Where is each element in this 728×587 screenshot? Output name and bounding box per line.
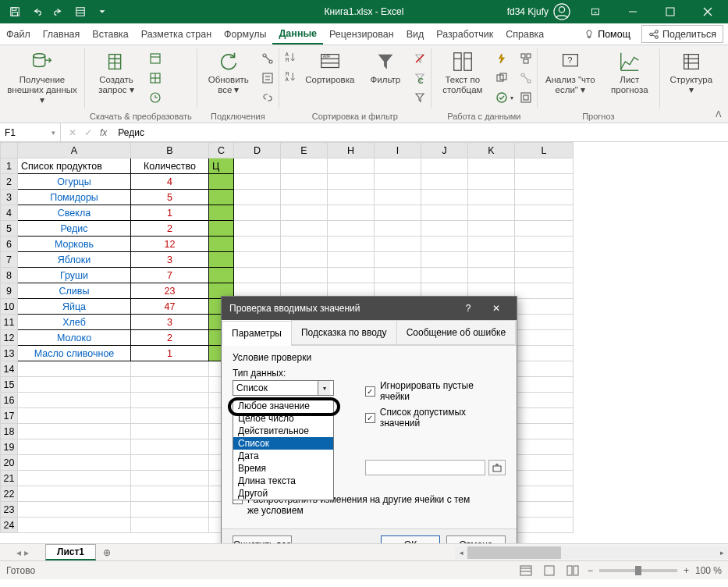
recent-sources-button[interactable] — [149, 89, 162, 106]
consolidate-button[interactable] — [520, 50, 532, 67]
cell[interactable] — [18, 455, 131, 471]
cell[interactable] — [209, 237, 234, 252]
cell[interactable] — [281, 158, 328, 174]
cell[interactable] — [421, 221, 468, 237]
chevron-down-icon[interactable]: ▾ — [51, 129, 55, 137]
zoom-level[interactable]: 100 % — [695, 565, 722, 576]
cell[interactable]: Огурцы — [18, 174, 131, 190]
column-header[interactable]: B — [131, 143, 209, 158]
edit-links-button[interactable] — [261, 89, 274, 106]
row-header[interactable]: 18 — [1, 424, 18, 439]
tab-help[interactable]: Справка — [499, 23, 550, 44]
dialog-help-button[interactable]: ? — [456, 297, 481, 319]
cell[interactable]: 2 — [131, 221, 209, 237]
data-validation-button[interactable]: ▾ — [495, 89, 513, 106]
cell[interactable] — [18, 424, 131, 439]
touch-mode-icon[interactable] — [70, 2, 91, 22]
cell[interactable] — [234, 158, 281, 174]
cell[interactable] — [515, 252, 574, 268]
formula-input[interactable]: Редис — [113, 127, 728, 138]
row-header[interactable]: 4 — [1, 205, 18, 221]
column-header[interactable]: A — [18, 143, 131, 158]
cell[interactable] — [515, 361, 574, 377]
cell[interactable] — [468, 221, 515, 237]
cell[interactable] — [18, 486, 131, 502]
horizontal-scrollbar[interactable]: ◂▸ — [455, 546, 728, 559]
outline-button[interactable]: Структура ▾ — [665, 47, 718, 95]
save-icon[interactable] — [5, 2, 25, 22]
cell[interactable] — [131, 486, 209, 502]
properties-button[interactable] — [261, 69, 274, 87]
row-header[interactable]: 8 — [1, 268, 18, 283]
cell[interactable]: Количество — [131, 158, 209, 174]
cell[interactable] — [328, 252, 375, 268]
cell[interactable] — [328, 237, 375, 252]
cell[interactable] — [515, 221, 574, 237]
tab-data[interactable]: Данные — [272, 23, 323, 44]
row-header[interactable]: 12 — [1, 330, 18, 346]
cell[interactable] — [328, 221, 375, 237]
chevron-down-icon[interactable]: ▾ — [318, 381, 330, 395]
cell[interactable] — [515, 393, 574, 408]
sheet-tab[interactable]: Лист1 — [45, 544, 96, 560]
row-header[interactable]: 22 — [1, 486, 18, 502]
cell[interactable] — [209, 221, 234, 237]
tab-developer[interactable]: Разработчик — [430, 23, 499, 44]
cell[interactable]: Свекла — [18, 205, 131, 221]
cell[interactable]: 7 — [131, 268, 209, 283]
fx-icon[interactable]: fx — [100, 127, 113, 138]
row-header[interactable]: 10 — [1, 299, 18, 315]
name-box[interactable]: F1 ▾ — [0, 123, 61, 141]
cell[interactable] — [209, 205, 234, 221]
cell[interactable] — [375, 158, 421, 174]
cell[interactable] — [281, 252, 328, 268]
cell[interactable]: 1 — [131, 205, 209, 221]
cell[interactable]: 4 — [131, 174, 209, 190]
cell[interactable] — [281, 237, 328, 252]
show-queries-button[interactable] — [149, 50, 162, 67]
cell[interactable] — [234, 221, 281, 237]
reapply-filter-button[interactable] — [414, 69, 426, 87]
cell[interactable] — [234, 190, 281, 205]
relationships-button[interactable] — [520, 69, 532, 87]
cell[interactable] — [421, 205, 468, 221]
enter-formula-icon[interactable]: ✓ — [84, 127, 92, 138]
dropdown-option[interactable]: Время — [233, 462, 333, 475]
cell[interactable]: 23 — [131, 283, 209, 299]
qat-customize-icon[interactable] — [92, 2, 112, 22]
select-all-corner[interactable] — [1, 143, 18, 158]
cell[interactable] — [281, 174, 328, 190]
cell[interactable] — [515, 377, 574, 393]
tab-view[interactable]: Вид — [400, 23, 431, 44]
cell[interactable] — [131, 377, 209, 393]
cell[interactable] — [209, 190, 234, 205]
cell[interactable] — [468, 268, 515, 283]
cell[interactable]: 2 — [131, 330, 209, 346]
column-header[interactable]: L — [515, 143, 574, 158]
cell[interactable] — [375, 268, 421, 283]
row-header[interactable]: 19 — [1, 439, 18, 455]
column-header[interactable]: C — [209, 143, 234, 158]
source-input[interactable] — [365, 460, 485, 475]
column-header[interactable]: K — [468, 143, 515, 158]
cell[interactable] — [515, 471, 574, 486]
cell[interactable] — [421, 190, 468, 205]
cell[interactable] — [234, 268, 281, 283]
filter-button[interactable]: Фильтр — [364, 47, 407, 85]
share-button[interactable]: Поделиться — [641, 25, 723, 43]
row-header[interactable]: 16 — [1, 393, 18, 408]
cell[interactable] — [131, 471, 209, 486]
close-button[interactable] — [691, 0, 725, 23]
cell[interactable] — [515, 346, 574, 361]
minimize-button[interactable] — [616, 0, 650, 23]
column-header[interactable]: I — [375, 143, 421, 158]
sheet-nav[interactable]: ◂▸ — [0, 547, 45, 558]
page-break-view-button[interactable] — [564, 564, 581, 578]
collapse-ribbon-icon[interactable]: ᐱ — [716, 109, 722, 119]
cell[interactable] — [328, 268, 375, 283]
cell[interactable]: Яблоки — [18, 252, 131, 268]
row-header[interactable]: 11 — [1, 315, 18, 330]
cell[interactable] — [375, 190, 421, 205]
cell[interactable]: Яйца — [18, 299, 131, 315]
data-model-button[interactable] — [520, 89, 532, 106]
